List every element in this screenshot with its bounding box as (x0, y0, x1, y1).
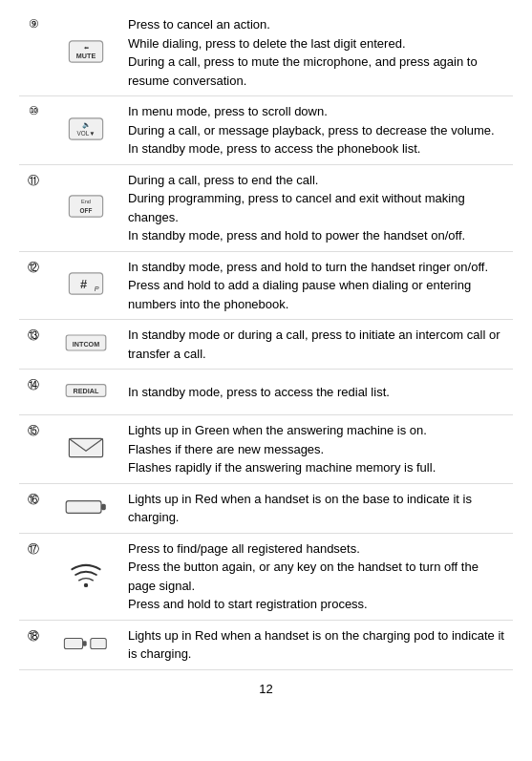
row-description: Lights up in Red when a handset is on th… (124, 620, 513, 669)
row-description: In standby mode, press and hold to turn … (124, 251, 513, 320)
row-description: Press to find/page all registered handse… (124, 533, 513, 620)
svg-point-19 (84, 583, 88, 587)
table-row: ⑬ INTCOM In standby mode or during a cal… (19, 320, 513, 370)
svg-rect-17 (66, 500, 101, 513)
row-number: ⑬ (19, 320, 48, 370)
svg-text:OFF: OFF (80, 207, 93, 214)
row-number: ⑫ (19, 251, 48, 320)
row-description: Press to cancel an action.While dialing,… (124, 10, 513, 96)
table-row: ⑭ REDIAL In standby mode, press to acces… (19, 370, 513, 415)
svg-text:⬅: ⬅ (84, 43, 89, 50)
row-icon: INTCOM (48, 320, 124, 370)
row-number: ⑯ (19, 483, 48, 533)
row-icon: ⬅ MUTE (48, 10, 124, 96)
svg-text:#: # (80, 277, 87, 291)
svg-text:MUTE: MUTE (76, 52, 96, 60)
row-number: ⑩ (19, 96, 48, 165)
svg-rect-16 (69, 438, 102, 456)
row-icon: End OFF (48, 164, 124, 251)
row-icon: 🔈 VOL▼ (48, 96, 124, 165)
row-number: ⑱ (19, 620, 48, 669)
row-icon (48, 620, 124, 669)
row-icon: REDIAL (48, 370, 124, 415)
row-description: During a call, press to end the call.Dur… (124, 164, 513, 251)
row-number: ⑨ (19, 10, 48, 96)
row-description: In menu mode, press to scroll down.Durin… (124, 96, 513, 165)
row-icon (48, 415, 124, 484)
row-icon (48, 533, 124, 620)
table-row: ⑨ ⬅ MUTE Press to cancel an action.While… (19, 10, 513, 96)
svg-text:VOL▼: VOL▼ (76, 130, 95, 137)
svg-text:End: End (81, 199, 91, 204)
row-number: ⑰ (19, 533, 48, 620)
svg-text:REDIAL: REDIAL (74, 387, 99, 395)
table-row: ⑮ Lights up in Green when the answering … (19, 415, 513, 484)
svg-rect-18 (101, 503, 106, 509)
table-row: ⑫ # P In standby mode, press and hold to… (19, 251, 513, 320)
svg-rect-21 (83, 641, 87, 645)
table-row: ⑱ Lights up in Red when a handset is on … (19, 620, 513, 669)
table-row: ⑰ Press to find/page all registered hand… (19, 533, 513, 620)
table-row: ⑪ End OFF During a call, press to end th… (19, 164, 513, 251)
row-number: ⑮ (19, 415, 48, 484)
svg-rect-20 (64, 638, 82, 648)
page-number: 12 (259, 682, 272, 696)
svg-text:INTCOM: INTCOM (73, 340, 99, 349)
svg-text:🔈: 🔈 (82, 119, 91, 128)
row-description: In standby mode, press to access the red… (124, 370, 513, 415)
row-icon (48, 483, 124, 533)
row-description: Lights up in Green when the answering ma… (124, 415, 513, 484)
svg-text:P: P (95, 285, 99, 293)
row-number: ⑪ (19, 164, 48, 251)
svg-rect-22 (91, 638, 106, 648)
row-description: In standby mode or during a call, press … (124, 320, 513, 370)
table-row: ⑯ Lights up in Red when a handset is on … (19, 483, 513, 533)
row-icon: # P (48, 251, 124, 320)
row-number: ⑭ (19, 370, 48, 415)
feature-table: ⑨ ⬅ MUTE Press to cancel an action.While… (19, 10, 513, 670)
row-description: Lights up in Red when a handset is on th… (124, 483, 513, 533)
table-row: ⑩ 🔈 VOL▼ In menu mode, press to scroll d… (19, 96, 513, 165)
